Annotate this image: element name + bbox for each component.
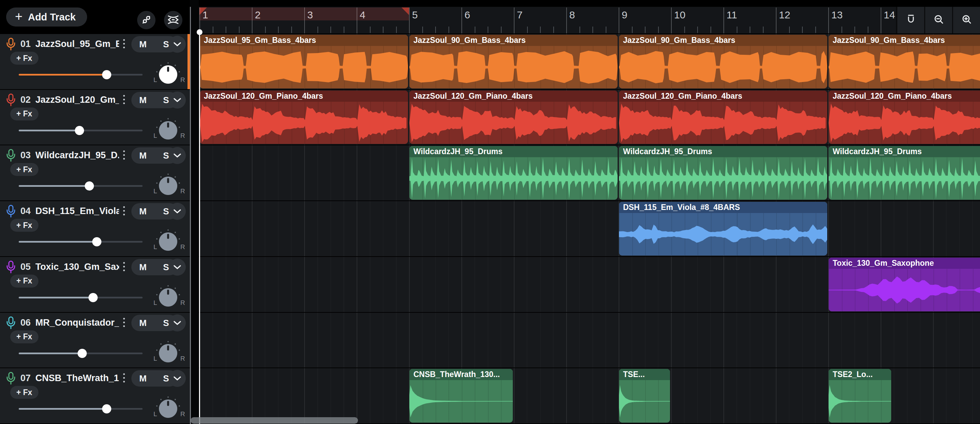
volume-slider[interactable]	[19, 130, 143, 131]
volume-slider-thumb[interactable]	[85, 182, 94, 191]
track-name[interactable]: Toxic_130_Gm_Sax...	[35, 262, 119, 272]
panel-resize-divider[interactable]	[190, 7, 191, 424]
track-collapse-chevron-down-icon[interactable]	[169, 203, 186, 220]
add-track-button[interactable]: + Add Track	[6, 8, 87, 27]
audio-clip[interactable]: WildcardzJH_95_Drums	[619, 146, 827, 200]
pan-knob[interactable]	[159, 121, 177, 140]
audio-clip[interactable]: JazzSoul_95_Gm_Bass_4bars	[200, 35, 408, 88]
mute-button[interactable]: M	[131, 203, 154, 220]
mute-button[interactable]: M	[131, 315, 154, 331]
volume-slider-thumb[interactable]	[92, 237, 102, 246]
audio-clip[interactable]: TSE2_Lo...	[829, 369, 891, 422]
volume-slider-thumb[interactable]	[78, 349, 87, 358]
track-header-04[interactable]: 04DSH_115_Em_Viola_...MS+ FxLR	[0, 201, 190, 256]
track-name[interactable]: JazzSoul_120_Gm_...	[35, 95, 119, 105]
volume-slider[interactable]	[19, 408, 143, 410]
playhead-line[interactable]	[199, 32, 200, 424]
timeline-ruler[interactable]: 1234567891011121314	[199, 7, 980, 33]
pan-knob[interactable]	[159, 65, 177, 84]
track-header-03[interactable]: 03WildcardzJH_95_D...MS+ FxLR	[0, 145, 190, 201]
add-fx-button[interactable]: + Fx	[10, 219, 38, 232]
track-name[interactable]: WildcardzJH_95_D...	[35, 150, 119, 161]
track-header-01[interactable]: 01JazzSoul_95_Gm_B...MS+ FxLR	[0, 34, 190, 89]
mute-button[interactable]: M	[131, 370, 154, 387]
track-collapse-chevron-down-icon[interactable]	[169, 258, 186, 276]
track-header-07[interactable]: 07CNSB_TheWrath_13...MS+ FxLR	[0, 368, 190, 423]
volume-slider-thumb[interactable]	[89, 293, 98, 302]
track-name[interactable]: MR_Conquistador_...	[35, 317, 119, 328]
audio-clip[interactable]: DSH_115_Em_Viola_#8_4BARS	[619, 202, 827, 255]
snap-magnet-button[interactable]	[897, 7, 924, 33]
volume-slider[interactable]	[19, 241, 143, 242]
audio-clip[interactable]: WildcardzJH_95_Drums	[409, 146, 617, 200]
track-menu-kebab-icon[interactable]	[120, 206, 128, 218]
pan-knob[interactable]	[159, 233, 177, 251]
track-name[interactable]: JazzSoul_95_Gm_B...	[35, 39, 119, 49]
zoom-out-button[interactable]	[925, 7, 952, 33]
horizontal-scrollbar[interactable]	[191, 417, 358, 424]
audio-clip[interactable]: JazzSoul_90_Gm_Bass_4bars	[829, 35, 980, 88]
add-fx-button[interactable]: + Fx	[10, 275, 38, 287]
ruler-sub-tick	[475, 27, 476, 33]
mute-button[interactable]: M	[131, 147, 154, 164]
clip-waveform	[619, 157, 827, 200]
track-name[interactable]: DSH_115_Em_Viola_...	[35, 206, 119, 217]
track-collapse-chevron-down-icon[interactable]	[169, 92, 186, 108]
audio-clip[interactable]: WildcardzJH_95_Drums	[829, 146, 980, 200]
pan-tick-dot	[179, 405, 180, 406]
time-stretch-icon-button[interactable]	[164, 11, 182, 29]
volume-slider-thumb[interactable]	[75, 126, 84, 135]
audio-clip[interactable]: JazzSoul_120_Gm_Piano_4bars	[829, 91, 980, 144]
automation-icon	[140, 14, 152, 27]
mute-button[interactable]: M	[131, 92, 154, 108]
audio-clip[interactable]: CNSB_TheWrath_130...	[409, 369, 513, 422]
selected-track-indicator	[188, 34, 190, 89]
pan-knob[interactable]	[159, 288, 177, 307]
audio-clip[interactable]: Toxic_130_Gm_Saxophone	[829, 258, 980, 311]
audio-clip[interactable]: JazzSoul_120_Gm_Piano_4bars	[619, 91, 827, 144]
pan-knob[interactable]	[159, 344, 177, 362]
track-menu-kebab-icon[interactable]	[120, 262, 128, 274]
track-header-02[interactable]: 02JazzSoul_120_Gm_...MS+ FxLR	[0, 90, 190, 145]
track-menu-kebab-icon[interactable]	[120, 318, 128, 330]
audio-clip[interactable]: JazzSoul_120_Gm_Piano_4bars	[409, 91, 617, 144]
track-menu-kebab-icon[interactable]	[120, 150, 128, 163]
volume-slider-thumb[interactable]	[102, 404, 111, 413]
mute-button[interactable]: M	[131, 36, 154, 53]
add-fx-button[interactable]: + Fx	[10, 386, 38, 399]
timeline-lane-04[interactable]	[199, 201, 980, 256]
playhead-handle[interactable]	[197, 29, 202, 35]
track-collapse-chevron-down-icon[interactable]	[169, 36, 186, 53]
track-name[interactable]: CNSB_TheWrath_13...	[35, 373, 119, 384]
track-menu-kebab-icon[interactable]	[120, 95, 128, 107]
audio-clip[interactable]: JazzSoul_90_Gm_Bass_4bars	[409, 35, 617, 88]
add-fx-button[interactable]: + Fx	[10, 163, 38, 176]
audio-clip[interactable]: JazzSoul_90_Gm_Bass_4bars	[619, 35, 827, 88]
add-fx-button[interactable]: + Fx	[10, 52, 38, 65]
audio-clip[interactable]: TSE...	[619, 369, 670, 422]
volume-slider[interactable]	[19, 297, 143, 298]
zoom-in-button[interactable]	[953, 7, 980, 33]
ruler-bar-number: 4	[360, 9, 366, 21]
volume-slider[interactable]	[19, 352, 143, 354]
mute-button[interactable]: M	[131, 259, 154, 275]
pan-knob[interactable]	[159, 400, 177, 418]
loop-end-handle[interactable]	[401, 8, 409, 15]
track-menu-kebab-icon[interactable]	[120, 39, 128, 51]
timeline-lane-06[interactable]	[199, 313, 980, 368]
track-collapse-chevron-down-icon[interactable]	[169, 147, 186, 164]
automation-icon-button[interactable]	[137, 11, 156, 29]
volume-slider-thumb[interactable]	[102, 70, 111, 79]
track-collapse-chevron-down-icon[interactable]	[169, 370, 186, 387]
track-collapse-chevron-down-icon[interactable]	[169, 314, 186, 332]
audio-clip[interactable]: JazzSoul_120_Gm_Piano_4bars	[200, 91, 408, 144]
track-header-06[interactable]: 06MR_Conquistador_...MS+ FxLR	[0, 313, 190, 368]
pan-knob[interactable]	[159, 177, 177, 195]
ruler-sub-tick	[488, 27, 488, 33]
track-menu-kebab-icon[interactable]	[120, 373, 128, 386]
volume-slider[interactable]	[19, 74, 143, 75]
add-fx-button[interactable]: + Fx	[10, 330, 38, 343]
track-header-05[interactable]: 05Toxic_130_Gm_Sax...MS+ FxLR	[0, 257, 190, 312]
add-fx-button[interactable]: + Fx	[10, 108, 38, 120]
volume-slider[interactable]	[19, 185, 143, 187]
